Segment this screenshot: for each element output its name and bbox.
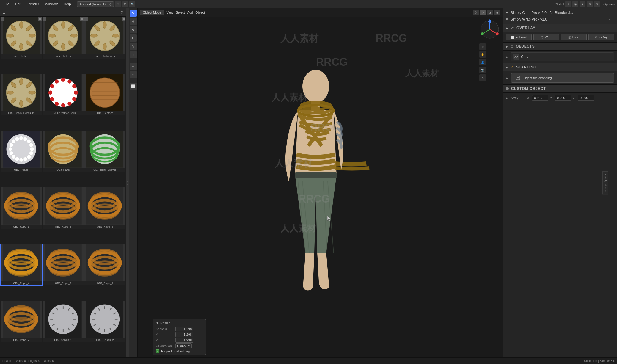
scale-tool-btn[interactable]: ⤡ xyxy=(130,43,137,50)
asset-item-OBJ_Spikes_2[interactable]: OBJ_Spikes_2 xyxy=(84,301,125,342)
menu-help[interactable]: Help xyxy=(62,1,72,7)
in-front-btn[interactable]: ⬜ In Front xyxy=(506,34,532,40)
asset-item-OBJ_Pearls[interactable]: OBJ_Pearls xyxy=(1,131,42,172)
menu-render[interactable]: Render xyxy=(26,1,40,7)
solid-shading-btn[interactable]: ⬡ xyxy=(480,10,486,15)
proportional-editing-label: Proportional Editing xyxy=(161,349,190,353)
asset-item-OBJ_Rope_2[interactable]: OBJ_Rope_2 xyxy=(43,187,84,229)
asset-thumbnail xyxy=(43,131,84,168)
append-dropdown[interactable]: ▼ xyxy=(115,1,121,7)
asset-item-OBJ_Rope_4[interactable]: OBJ_Rope_4 xyxy=(1,244,42,285)
plugin-collapse-arrow[interactable]: ▼ xyxy=(505,11,509,15)
grid-view-btn[interactable]: ⊞ xyxy=(122,1,128,7)
wire-label: Wire xyxy=(545,35,552,39)
transform-icon[interactable]: ⟲ xyxy=(565,1,571,7)
viewport-mode-selector[interactable]: Object Mode xyxy=(140,10,164,15)
sun-icon[interactable]: ☀ xyxy=(479,74,486,81)
search-btn[interactable]: 🔍 xyxy=(129,1,135,7)
z-axis-input[interactable]: 0.000 xyxy=(578,95,594,101)
svg-point-36 xyxy=(29,91,35,94)
overlay-expand-arrow: ▶ xyxy=(506,26,508,30)
annotate-tool-btn[interactable]: ✏ xyxy=(130,63,137,70)
select-menu[interactable]: Select xyxy=(176,11,185,14)
svg-rect-185 xyxy=(516,76,520,80)
panel-resize-handle[interactable] xyxy=(126,8,129,357)
camera-icon[interactable]: 📷 xyxy=(479,67,486,73)
svg-point-79 xyxy=(12,139,15,143)
asset-item-OBJ_Chain_Arm[interactable]: OBJ_Chain_Arm ▦ xyxy=(84,17,125,59)
asset-item-OBJ_Chain_LightBulp[interactable]: OBJ_Chain_LightBulp xyxy=(1,74,42,115)
asset-item-OBJ_Rope_5[interactable]: OBJ_Rope_5 xyxy=(43,244,84,285)
plugin-subtitle-arrow[interactable]: ▼ xyxy=(505,17,509,21)
menu-window[interactable]: Window xyxy=(44,1,59,7)
asset-label: OBJ_Chain_8 xyxy=(43,54,84,59)
material-shading-btn[interactable]: ◑ xyxy=(487,10,493,15)
asset-item-OBJ_Rope_1[interactable]: OBJ_Rope_1 xyxy=(1,187,42,229)
proportional-editing-checkbox[interactable]: ✓ xyxy=(156,349,159,353)
person-icon[interactable]: 👤 xyxy=(479,59,486,65)
plugin-more-icon[interactable]: ⋮⋮ xyxy=(607,17,615,21)
shading-icon[interactable]: ◉ xyxy=(572,1,578,7)
resize-collapse-arrow[interactable]: ▼ xyxy=(156,321,159,325)
add-cube-btn[interactable]: ⬜ xyxy=(130,83,137,90)
asset-item-OBJ_Rope_7[interactable]: OBJ_Rope_7 xyxy=(1,301,42,342)
z-axis-label: Z xyxy=(573,96,577,100)
scale-y-input[interactable]: 1.298 xyxy=(175,332,193,337)
objects-icon: ⊙ xyxy=(511,44,514,48)
objects-section-header[interactable]: ▶ ⊙ OBJECTS xyxy=(503,43,617,51)
hand-tool-icon[interactable]: ✋ xyxy=(479,51,486,58)
move-tool-btn[interactable]: ✥ xyxy=(130,26,137,33)
curve-row[interactable]: Curve xyxy=(511,52,614,61)
scale-x-input[interactable]: 1.298 xyxy=(175,327,193,331)
svg-point-53 xyxy=(48,90,52,94)
snap-icon[interactable]: ⊕ xyxy=(587,1,593,7)
wrap-object-btn[interactable]: Object for Wrapping! xyxy=(511,73,614,83)
y-axis-input[interactable]: 0.000 xyxy=(555,95,571,101)
global-orientation[interactable]: Global xyxy=(555,2,564,6)
asset-item-OBJ_Christmas Balls[interactable]: OBJ_Christmas Balls xyxy=(43,74,84,115)
render-shading-btn[interactable]: ◕ xyxy=(494,10,500,15)
view-menu[interactable]: View xyxy=(166,11,173,14)
workspace-active[interactable]: Append (Reuse Data) xyxy=(77,1,114,7)
plugin-header: ▼ Simply Cloth Pro v. 2.0 - for Blender … xyxy=(503,8,617,24)
asset-item-OBJ_Leather[interactable]: OBJ_Leather xyxy=(84,74,125,115)
menu-edit[interactable]: Edit xyxy=(14,1,23,7)
wire-btn[interactable]: ⬡ Wire xyxy=(533,34,559,40)
cursor-tool-btn[interactable]: ✛ xyxy=(130,18,137,25)
menu-file[interactable]: File xyxy=(2,1,10,7)
add-menu[interactable]: Add xyxy=(187,11,193,14)
asset-item-OBJ_Spikes_1[interactable]: OBJ_Spikes_1 xyxy=(43,301,84,342)
viewport-shade[interactable]: ■ xyxy=(580,1,585,7)
proportional-icon[interactable]: ⊙ xyxy=(594,1,600,7)
zoom-to-fit-icon[interactable]: ⊕ xyxy=(479,43,486,50)
face-btn[interactable]: ◫ Face xyxy=(561,34,587,40)
measure-tool-btn[interactable]: ↔ xyxy=(130,71,137,78)
rotate-tool-btn[interactable]: ↻ xyxy=(130,34,137,42)
asset-item-OBJ_Rope_6[interactable]: OBJ_Rope_6 xyxy=(84,244,125,285)
array-expand[interactable]: ▶ xyxy=(506,96,508,100)
orientation-gizmo[interactable]: Z X Y xyxy=(479,19,500,40)
asset-item-OBJ_Rank_Leaves[interactable]: OBJ_Rank_Leaves xyxy=(84,131,125,172)
select-tool-btn[interactable]: ↖ xyxy=(130,10,137,17)
custom-object-section-header[interactable]: CUSTOM OBJECT xyxy=(503,85,617,93)
overlay-section-header[interactable]: ▶ 👁 OVERLAY xyxy=(503,24,617,32)
object-menu[interactable]: Object xyxy=(195,11,205,14)
starting-row-expand[interactable]: ▶ xyxy=(506,76,508,80)
scale-z-input[interactable]: 1.298 xyxy=(175,338,193,343)
simply-addons-tab[interactable]: Simply Addons xyxy=(602,171,608,194)
starting-section-header[interactable]: ▶ ⚠ STARTING xyxy=(503,63,617,71)
asset-item-OBJ_Rank[interactable]: OBJ_Rank xyxy=(43,131,84,172)
xray-btn[interactable]: ✕ X-Ray xyxy=(588,34,614,40)
asset-item-OBJ_Chain_7[interactable]: OBJ_Chain_7 ▦ xyxy=(1,17,42,59)
x-axis-input[interactable]: 0.800 xyxy=(532,95,548,101)
wire-shading-btn[interactable]: ⬡ xyxy=(473,10,479,15)
overlay-title: OVERLAY xyxy=(516,26,536,30)
options-label[interactable]: Options xyxy=(603,2,615,6)
asset-thumbnail xyxy=(84,301,125,338)
orientation-dropdown[interactable]: Global ▼ xyxy=(175,343,192,348)
asset-item-OBJ_Rope_3[interactable]: OBJ_Rope_3 xyxy=(84,187,125,229)
transform-tool-btn[interactable]: ⊞ xyxy=(130,51,137,58)
objects-row-expand[interactable]: ▶ xyxy=(506,55,508,59)
asset-item-OBJ_Chain_8[interactable]: OBJ_Chain_8 ▦ xyxy=(43,17,84,59)
filter-btn[interactable]: ⚙ xyxy=(120,10,124,15)
